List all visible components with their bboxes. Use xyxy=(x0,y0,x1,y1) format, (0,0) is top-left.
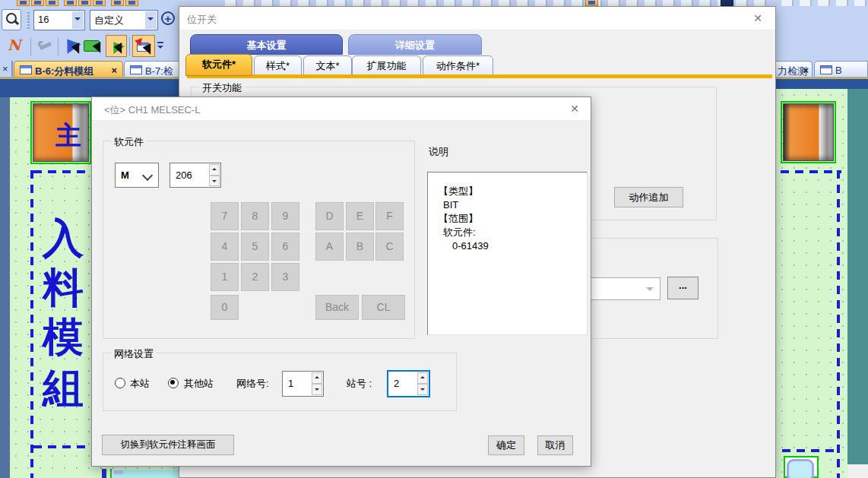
radio-local-label[interactable]: 本站 xyxy=(130,377,150,391)
canvas-object[interactable] xyxy=(102,469,106,478)
selection-dashed-border xyxy=(781,170,841,173)
keypad-8[interactable]: 8 xyxy=(241,202,269,230)
screen-tab-b6[interactable]: B-6:分料模组 × xyxy=(14,61,123,78)
screen-icon xyxy=(130,65,142,74)
keypad-6[interactable]: 6 xyxy=(271,233,299,261)
screen-tab-b[interactable]: B xyxy=(814,61,868,78)
device-type-combo[interactable]: M xyxy=(115,163,159,188)
dialog-titlebar[interactable]: <位> CH1 MELSEC-L ✕ xyxy=(92,97,591,120)
station-no-spinner[interactable]: 2 xyxy=(387,370,430,397)
chevron-down-icon[interactable] xyxy=(145,11,157,29)
tab-style[interactable]: 样式* xyxy=(254,55,302,76)
keypad-cl[interactable]: CL xyxy=(362,295,405,320)
spin-up-icon[interactable] xyxy=(209,164,220,176)
action-add-button[interactable]: 动作追加 xyxy=(614,187,683,207)
toolbar-icon-stub[interactable] xyxy=(78,0,91,6)
keypad-0[interactable]: 0 xyxy=(211,295,239,320)
select-figure-toggle[interactable] xyxy=(106,35,127,57)
zoom-in-icon[interactable]: + xyxy=(161,11,175,25)
tab-device[interactable]: 软元件* xyxy=(185,54,252,76)
keypad-d[interactable]: D xyxy=(315,202,344,230)
canvas-text[interactable]: 組 xyxy=(38,361,88,416)
zoom-rect-button[interactable] xyxy=(2,9,21,30)
device-number-spinner[interactable]: 206 xyxy=(169,163,221,188)
tab-trigger[interactable]: 动作条件* xyxy=(423,55,493,76)
keypad-3[interactable]: 3 xyxy=(271,263,299,291)
tab-text[interactable]: 文本* xyxy=(303,55,352,76)
radio-other-station[interactable] xyxy=(168,378,179,388)
toolbar-icon-stub[interactable] xyxy=(31,0,44,6)
device-comment-button[interactable]: 切换到软元件注释画面 xyxy=(102,435,234,455)
toolbar-icon-stub[interactable] xyxy=(585,0,598,6)
canvas-teal-object[interactable] xyxy=(847,89,868,464)
network-no-spinner[interactable]: 1 xyxy=(282,371,324,397)
toolbar-icon-stub-run[interactable] xyxy=(781,0,868,6)
toolbar-row-zoom: 16 自定义 + xyxy=(0,6,179,35)
toolbar-icon-stub[interactable] xyxy=(17,0,30,6)
keypad-4[interactable]: 4 xyxy=(211,233,239,261)
canvas-text[interactable]: 模 xyxy=(38,310,88,366)
toolbar-icon-stub[interactable] xyxy=(111,0,124,6)
toolbar-icon-stub[interactable] xyxy=(721,0,733,6)
screen-tab-label: B xyxy=(835,65,842,76)
keypad-5[interactable]: 5 xyxy=(241,233,269,261)
ok-button[interactable]: 确定 xyxy=(488,435,524,455)
toolbar-icon-stub[interactable] xyxy=(125,0,138,6)
dialog-titlebar[interactable]: 位开关 ✕ xyxy=(179,7,775,30)
switch-label: 主 xyxy=(55,119,81,154)
browse-button[interactable]: ... xyxy=(667,277,699,299)
keypad-1[interactable]: 1 xyxy=(211,263,239,291)
keypad-e[interactable]: E xyxy=(346,202,374,230)
screen-tab-detect[interactable]: 力检测 × xyxy=(776,61,813,78)
screen-tab-b7[interactable]: B-7:检 xyxy=(124,61,179,78)
custom-scale-combo[interactable]: 自定义 xyxy=(90,10,158,30)
polyline-icon[interactable]: N xyxy=(8,36,21,53)
chevron-down-icon[interactable] xyxy=(72,11,84,29)
close-tab-icon[interactable]: × xyxy=(803,65,809,76)
wrench-icon[interactable] xyxy=(38,40,53,52)
selection-dashed-border xyxy=(837,170,840,478)
window-preview-toggle[interactable] xyxy=(132,35,155,57)
toolbar-icon-stub-run[interactable] xyxy=(225,0,769,6)
keypad-9[interactable]: 9 xyxy=(271,202,299,230)
keypad-2[interactable]: 2 xyxy=(241,263,269,291)
screen-tab-partial[interactable]: × xyxy=(0,61,13,78)
canvas-object[interactable] xyxy=(112,469,179,478)
keypad-f[interactable]: F xyxy=(375,202,404,230)
keypad-back[interactable]: Back xyxy=(315,295,359,320)
group-label: 开关功能 xyxy=(199,81,245,95)
device-select-dialog: <位> CH1 MELSEC-L ✕ 软元件 M 206 7 8 9 4 5 6… xyxy=(91,97,591,467)
cancel-button[interactable]: 取消 xyxy=(537,435,573,455)
canvas-object[interactable] xyxy=(110,469,112,478)
toolbar-icon-stub[interactable] xyxy=(46,0,59,6)
toolbar-row-edit: N xyxy=(0,35,179,61)
selected-lamp-outline xyxy=(784,456,819,478)
lamp-object[interactable] xyxy=(787,459,814,478)
chevron-down-icon xyxy=(142,170,153,181)
spin-down-icon[interactable] xyxy=(417,384,428,395)
selection-dashed-border xyxy=(33,170,91,173)
canvas-text[interactable]: 料 xyxy=(38,261,88,316)
close-icon[interactable]: ✕ xyxy=(749,12,766,25)
toolbar-overflow-icon[interactable] xyxy=(157,42,164,52)
canvas-corner xyxy=(847,464,868,478)
radio-local-station[interactable] xyxy=(115,378,125,388)
close-icon[interactable]: ✕ xyxy=(566,103,583,116)
tab-extended[interactable]: 扩展功能 xyxy=(352,55,421,76)
canvas-text[interactable]: 入 xyxy=(38,211,88,267)
keypad-c[interactable]: C xyxy=(375,233,404,261)
font-size-combo[interactable]: 16 xyxy=(33,10,85,30)
close-tab-icon[interactable]: × xyxy=(111,65,117,76)
spin-down-icon[interactable] xyxy=(312,384,322,395)
toolbar-icon-stub[interactable] xyxy=(64,0,77,6)
keypad-7[interactable]: 7 xyxy=(211,202,239,230)
group-label: 软元件 xyxy=(111,135,147,149)
spin-up-icon[interactable] xyxy=(312,372,322,384)
keypad-a[interactable]: A xyxy=(315,233,344,261)
toolbar-icon-stub[interactable] xyxy=(93,0,106,6)
radio-other-label[interactable]: 其他站 xyxy=(184,377,214,391)
keypad-b[interactable]: B xyxy=(346,233,374,261)
spin-up-icon[interactable] xyxy=(417,372,428,384)
spin-down-icon[interactable] xyxy=(209,176,220,187)
switch-object[interactable] xyxy=(783,103,834,161)
